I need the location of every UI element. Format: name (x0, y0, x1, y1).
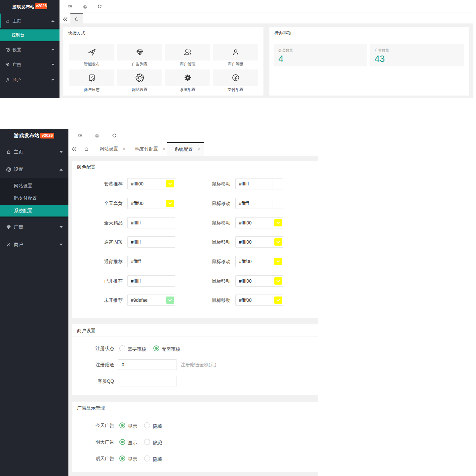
svg-text:?: ? (90, 75, 92, 79)
